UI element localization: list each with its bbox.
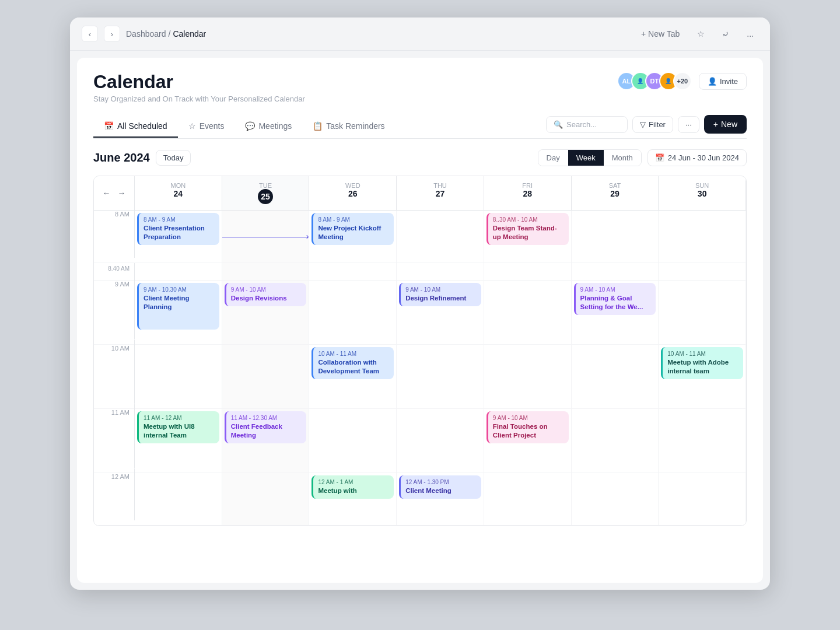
date-range-label: 24 Jun - 30 Jun 2024 [668,153,739,162]
calendar-controls: June 2024 Today Day Week Month 📅 24 Jun … [93,149,747,166]
cell-wed-840 [309,263,397,280]
filter-label: Filter [649,120,666,129]
calendar-title-area: June 2024 Today [93,150,191,166]
view-month-button[interactable]: Month [604,150,641,166]
star-tab-icon: ☆ [188,121,196,131]
view-switcher: Day Week Month [538,149,642,166]
col-header-wed: WED 26 [309,176,397,210]
col-day-thu: THU [399,182,481,189]
calendar-icon: 📅 [104,121,114,131]
cell-tue-840 [222,263,310,280]
search-placeholder: Search... [566,120,597,129]
new-event-button[interactable]: + New [704,115,747,134]
cell-wed-9am [309,281,397,344]
back-button[interactable]: ‹ [82,26,98,42]
tab-all-scheduled[interactable]: 📅 All Scheduled [93,116,178,138]
tab-actions: 🔍 Search... ▽ Filter ··· + New [546,115,747,138]
col-day-mon: MON [137,182,219,189]
main-content: Calendar Stay Organized and On Track wit… [77,58,763,583]
event-client-feedback[interactable]: 11 AM - 12.30 AM Client Feedback Meeting [225,411,307,443]
event-client-meeting-planning[interactable]: 9 AM - 10.30 AM Client Meeting Planning [137,283,219,330]
new-label: New [721,120,737,129]
app-window: ‹ › Dashboard / Calendar + New Tab ☆ ⤾ .… [70,18,770,590]
event-design-revisions[interactable]: 9 AM - 10 AM Design Revisions [225,283,307,306]
calendar-title: June 2024 [93,151,150,164]
next-week-button[interactable]: → [116,187,128,200]
event-meetup-wed[interactable]: 12 AM - 1 AM Meetup with [312,475,394,499]
today-button[interactable]: Today [156,150,191,166]
chat-icon: 💬 [245,121,255,131]
cell-sun-11am [659,409,746,473]
search-box[interactable]: 🔍 Search... [546,116,628,133]
page-header: Calendar Stay Organized and On Track wit… [93,72,747,103]
cell-thu-840 [397,263,484,280]
event-design-standup[interactable]: 8..30 AM - 10 AM Design Team Stand-up Me… [487,213,569,245]
col-header-tue: TUE 25 [222,176,310,210]
event-meetup-ui8[interactable]: 11 AM - 12 AM Meetup with UI8 internal T… [137,411,219,443]
tab-task-reminders[interactable]: 📋 Task Reminders [302,116,395,138]
cell-fri-10am [484,345,572,408]
filter-button[interactable]: ▽ Filter [632,116,673,133]
cell-wed-12am: 12 AM - 1 AM Meetup with [309,473,397,525]
top-bar: ‹ › Dashboard / Calendar + New Tab ☆ ⤾ .… [70,18,770,51]
cell-thu-8am [397,211,484,262]
cell-sun-12am [659,473,746,525]
col-num-mon: 24 [137,189,219,198]
cell-sun-840 [659,263,746,280]
new-tab-button[interactable]: + New Tab [636,26,684,41]
tabs-bar: 📅 All Scheduled ☆ Events 💬 Meetings 📋 Ta… [93,115,747,139]
page-subtitle: Stay Organized and On Track with Your Pe… [93,94,305,103]
tab-meetings[interactable]: 💬 Meetings [235,116,302,138]
more-options-button[interactable]: ··· [678,116,699,133]
time-label-11am: 11 AM [94,404,135,468]
time-label-8am: 8 AM [94,206,135,258]
event-collaboration-dev[interactable]: 10 AM - 11 AM Collaboration with Develop… [312,347,394,379]
col-num-wed: 26 [312,189,394,198]
col-header-sat: SAT 29 [572,176,659,210]
page-title: Calendar [93,72,305,92]
view-day-button[interactable]: Day [538,150,568,166]
column-headers: ← → MON 24 TUE 25 WED 26 THU 27 [94,176,746,211]
avatar-group: AL 👤 DT 👤 +20 [617,72,692,90]
breadcrumb: Dashboard / Calendar [126,29,206,38]
tab-meetings-label: Meetings [258,121,292,131]
cell-tue-11am: 11 AM - 12.30 AM Client Feedback Meeting [222,409,310,473]
star-button[interactable]: ☆ [692,26,709,41]
calendar-range-icon: 📅 [655,153,664,162]
col-num-sun: 30 [661,189,743,198]
event-client-meeting-thu[interactable]: 12 AM - 1.30 PM Client Meeting [399,475,481,499]
tab-task-reminders-label: Task Reminders [326,121,384,131]
breadcrumb-parent: Dashboard [126,29,166,38]
task-icon: 📋 [313,121,323,131]
cell-wed-11am [309,409,397,473]
view-week-button[interactable]: Week [568,150,604,166]
share-button[interactable]: ⤾ [718,26,734,41]
event-new-project-kickoff[interactable]: 8 AM - 9 AM New Project Kickoff Meeting [312,213,394,245]
cell-fri-12am [484,473,572,525]
header-right: AL 👤 DT 👤 +20 👤 Invite [617,72,747,90]
cell-thu-10am [397,345,484,408]
prev-week-button[interactable]: ← [100,187,113,200]
tab-events[interactable]: ☆ Events [178,116,235,138]
col-day-tue: TUE [225,182,307,189]
event-meetup-adobe[interactable]: 10 AM - 11 AM Meetup with Adobe internal… [661,347,743,379]
cell-thu-9am: 9 AM - 10 AM Design Refinement [397,281,484,344]
cell-sun-8am [659,211,746,262]
filter-icon: ▽ [640,120,646,129]
event-design-refinement[interactable]: 9 AM - 10 AM Design Refinement [399,283,481,306]
time-row-12am: 12 AM 12 AM - 1 AM Meetup with 12 AM - 1… [94,473,746,526]
event-final-touches[interactable]: 9 AM - 10 AM Final Touches on Client Pro… [487,411,569,443]
cell-thu-11am [397,409,484,473]
more-button[interactable]: ... [742,26,758,41]
cell-mon-8am: 8 AM - 9 AM Client Presentation Preparat… [135,211,222,262]
col-header-mon: MON 24 [135,176,222,210]
breadcrumb-current: Calendar [173,29,206,38]
event-client-presentation[interactable]: 8 AM - 9 AM Client Presentation Preparat… [137,213,219,245]
invite-button[interactable]: 👤 Invite [699,73,747,90]
cell-thu-12am: 12 AM - 1.30 PM Client Meeting [397,473,484,525]
date-range: 📅 24 Jun - 30 Jun 2024 [648,149,747,166]
time-label-10am: 10 AM [94,340,135,404]
forward-button[interactable]: › [104,26,120,42]
event-planning-goal[interactable]: 9 AM - 10 AM Planning & Goal Setting for… [574,283,656,315]
cell-sat-9am: 9 AM - 10 AM Planning & Goal Setting for… [572,281,659,344]
